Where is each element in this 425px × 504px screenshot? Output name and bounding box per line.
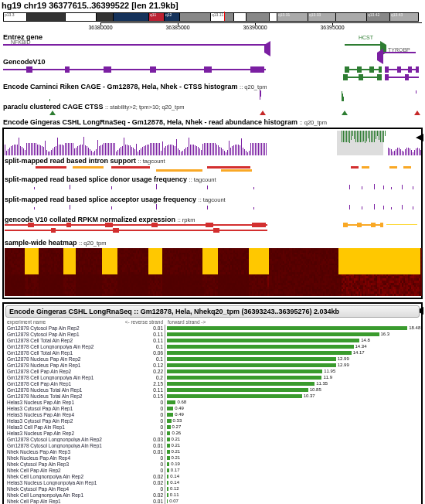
exon[interactable] bbox=[104, 66, 111, 73]
experiment-name: Gm12878 Cell Longnonpolya Aln Rep1 bbox=[4, 375, 124, 380]
cage-histogram[interactable] bbox=[3, 90, 422, 101]
reverse-value: 0.06 bbox=[124, 350, 165, 356]
table-row[interactable]: Gm12878 Cell Longnonpolya Aln Rep10.211.… bbox=[4, 374, 421, 380]
exon[interactable] bbox=[377, 74, 382, 80]
gene-model-row: TYROBP bbox=[3, 49, 422, 56]
cluster-marker-icon[interactable] bbox=[260, 111, 266, 115]
table-row[interactable]: Nhek Cell Pap Aln Rep200.17 bbox=[4, 467, 421, 473]
track-label: split-mapped read based splice donor usa… bbox=[5, 174, 420, 183]
exon[interactable] bbox=[343, 74, 348, 80]
exon[interactable] bbox=[369, 66, 374, 73]
table-row[interactable]: Gm12878 Nucleus Total Aln Rep10.1110.85 bbox=[4, 387, 421, 393]
exon[interactable] bbox=[26, 66, 32, 73]
exon[interactable] bbox=[250, 66, 264, 73]
transcript[interactable] bbox=[385, 77, 419, 78]
paraclu-markers[interactable] bbox=[3, 111, 422, 117]
experiment-name: Gm12878 Nucleus Total Aln Rep2 bbox=[4, 393, 124, 399]
table-row[interactable]: Nhek Cell Longnonpolya Aln Rep20.020.14 bbox=[4, 473, 421, 479]
experiment-name: Helas3 Nucleus Pap Aln Rep1 bbox=[4, 400, 124, 405]
exon[interactable] bbox=[405, 74, 409, 80]
table-row[interactable]: Gm12878 Cytosol Longnonpolya Aln Rep20.0… bbox=[4, 436, 421, 442]
exon[interactable] bbox=[65, 66, 70, 73]
experiment-name: Nhek Cytosol Pap Aln Rep4 bbox=[4, 486, 124, 492]
table-row[interactable]: Nhek Cell Longnonpolya Aln Rep10.020.11 bbox=[4, 492, 421, 498]
table-row[interactable]: Gm12878 Nucleus Total Aln Rep20.1510.37 bbox=[4, 393, 421, 399]
acceptor-ticks[interactable] bbox=[5, 203, 420, 209]
table-row[interactable]: Helas3 Cytosol Pap Aln Rep100.49 bbox=[4, 405, 421, 411]
experiment-name: Gm12878 Nucleus Pap Aln Rep2 bbox=[4, 356, 124, 362]
table-row[interactable]: Gm12878 Nucleus Pap Aln Rep10.1212.99 bbox=[4, 362, 421, 368]
expression-panel: Encode Gingeras CSHL LongRnaSeq :: Gm128… bbox=[2, 302, 423, 504]
table-row[interactable]: Helas3 Nucleus Pap Aln Rep100.68 bbox=[4, 399, 421, 405]
region-title: hg19 chr19 36377615..36399522 [len 21.9k… bbox=[0, 0, 425, 11]
table-row[interactable]: Gm12878 Cell Total Aln Rep20.1114.8 bbox=[4, 337, 421, 343]
gene-span[interactable] bbox=[345, 44, 382, 46]
cluster-marker-icon[interactable] bbox=[49, 111, 56, 115]
exon[interactable] bbox=[385, 66, 389, 73]
table-row[interactable]: Gm12878 Cell Total Aln Rep10.0614.17 bbox=[4, 349, 421, 356]
table-row[interactable]: Gm12878 Cell Pap Aln Rep12.1511.35 bbox=[4, 380, 421, 387]
reverse-value: 0.03 bbox=[124, 437, 165, 442]
exon[interactable] bbox=[397, 66, 401, 73]
reverse-value: 0 bbox=[124, 400, 165, 405]
exon[interactable] bbox=[357, 66, 362, 73]
exon[interactable] bbox=[385, 74, 389, 80]
table-row[interactable]: Helas3 Nucleus Pap Aln Rep400.49 bbox=[4, 411, 421, 417]
table-row[interactable]: Nhek Nucleus Pap Aln Rep30.010.21 bbox=[4, 448, 421, 455]
rpkm-track[interactable] bbox=[5, 223, 420, 237]
forward-value: 0.27 bbox=[172, 424, 182, 429]
table-row[interactable]: Nhek Cell Pap Aln Rep10.010.07 bbox=[4, 498, 421, 504]
table-row[interactable]: Nhek Cytosol Pap Aln Rep400.12 bbox=[4, 485, 421, 492]
genomic-ruler[interactable]: 36380000363850003639000036395000 bbox=[100, 22, 422, 31]
experiment-name: Helas3 Nucleus Pap Aln Rep2 bbox=[4, 431, 124, 436]
table-row[interactable]: Helas3 Nucleus Longnonpolya Aln Rep10.02… bbox=[4, 479, 421, 485]
track-label: Encode Carninci Riken CAGE - Gm12878, He… bbox=[3, 81, 422, 90]
intron-support[interactable] bbox=[5, 165, 420, 172]
forward-value: 0.68 bbox=[177, 400, 186, 404]
table-row[interactable]: Gm12878 Cytosol Pap Aln Rep20.0118.48 bbox=[4, 325, 421, 331]
reverse-value: 0.01 bbox=[124, 325, 165, 331]
cluster-marker-icon[interactable] bbox=[414, 111, 420, 115]
table-row[interactable]: Gm12878 Cell Longnonpolya Aln Rep20.114.… bbox=[4, 343, 421, 349]
forward-bar bbox=[167, 345, 354, 349]
forward-value: 11.9 bbox=[323, 375, 332, 380]
exon[interactable] bbox=[379, 66, 382, 73]
rnaseq-profile[interactable] bbox=[5, 131, 420, 155]
table-row[interactable]: Helas3 Cytosol Pap Aln Rep200.33 bbox=[4, 417, 421, 424]
track-gencode: GencodeV10 bbox=[3, 56, 422, 81]
table-row[interactable]: Helas3 Cell Pap Aln Rep100.27 bbox=[4, 424, 421, 430]
table-row[interactable]: Gm12878 Cytosol Pap Aln Rep10.1116.3 bbox=[4, 331, 421, 337]
detail-box: split-mapped read based intron support :… bbox=[2, 128, 423, 299]
table-row[interactable]: Nhek Cytosol Pap Aln Rep300.19 bbox=[4, 461, 421, 467]
heatmap[interactable] bbox=[5, 248, 420, 296]
panel-header[interactable]: Encode Gingeras CSHL LongRnaSeq :: Gm128… bbox=[5, 305, 420, 318]
table-row[interactable]: Gm12878 Nucleus Pap Aln Rep20.112.99 bbox=[4, 356, 421, 362]
transcript[interactable] bbox=[345, 69, 382, 70]
experiment-name: Gm12878 Cell Total Aln Rep1 bbox=[4, 350, 124, 356]
cluster-marker-icon[interactable] bbox=[342, 111, 348, 115]
exon[interactable] bbox=[408, 66, 412, 73]
table-row[interactable]: Gm12878 Cytosol Longnonpolya Aln Rep10.0… bbox=[4, 442, 421, 448]
forward-bar bbox=[167, 450, 170, 454]
table-row[interactable]: Nhek Nucleus Pap Aln Rep400.21 bbox=[4, 455, 421, 461]
forward-value: 0.49 bbox=[175, 406, 184, 410]
exon[interactable] bbox=[345, 66, 349, 73]
donor-ticks[interactable] bbox=[5, 183, 420, 189]
table-row[interactable]: Helas3 Nucleus Pap Aln Rep200.26 bbox=[4, 430, 421, 436]
gene-span[interactable] bbox=[382, 52, 416, 53]
exon[interactable] bbox=[416, 66, 419, 73]
table-row[interactable]: Gm12878 Cell Pap Aln Rep20.2211.95 bbox=[4, 368, 421, 374]
forward-value: 0.11 bbox=[170, 492, 179, 497]
exon[interactable] bbox=[150, 66, 156, 73]
transcript[interactable] bbox=[385, 69, 419, 70]
expression-table: Gm12878 Cytosol Pap Aln Rep20.0118.48Gm1… bbox=[4, 325, 421, 504]
chromosome-ideogram[interactable]: p13.3q11q12q13.11q13.31q13.33q13.42q13.4… bbox=[3, 12, 422, 21]
gene-span[interactable] bbox=[3, 44, 266, 46]
experiment-name: Gm12878 Cytosol Longnonpolya Aln Rep2 bbox=[4, 437, 124, 442]
forward-bar bbox=[167, 475, 168, 478]
reverse-value: 0.11 bbox=[124, 332, 165, 337]
forward-value: 10.37 bbox=[304, 393, 315, 398]
exon[interactable] bbox=[359, 74, 363, 80]
exon[interactable] bbox=[204, 66, 212, 73]
transcript[interactable] bbox=[3, 69, 266, 70]
